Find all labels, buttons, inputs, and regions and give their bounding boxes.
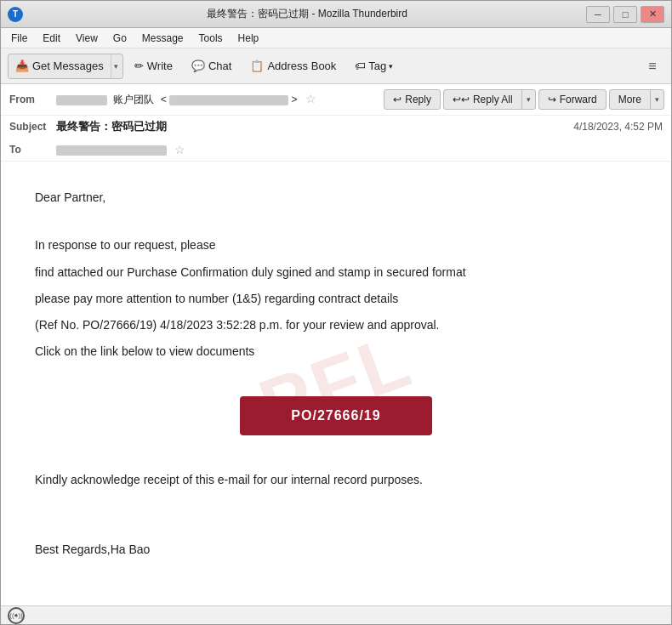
from-label: From [9, 94, 56, 105]
menu-message[interactable]: Message [135, 31, 191, 46]
forward-button[interactable]: ↪ Forward [538, 89, 607, 110]
maximize-button[interactable]: □ [613, 6, 637, 23]
email-greeting: Dear Partner, [35, 187, 637, 208]
email-line6: Kindly acknowledge receipt of this e-mai… [35, 469, 637, 491]
get-messages-icon: 📥 [15, 60, 29, 72]
window-title: 最终警告：密码已过期 - Mozilla Thunderbird [28, 7, 586, 21]
menu-bar: File Edit View Go Message Tools Help [1, 28, 671, 48]
reply-all-split: ↩↩ Reply All ▾ [443, 89, 536, 110]
menu-edit[interactable]: Edit [36, 31, 67, 46]
from-section: From 账户团队 < > ☆ [1, 87, 377, 112]
menu-go[interactable]: Go [106, 31, 134, 46]
from-action-row: From 账户团队 < > ☆ ↩ Reply ↩↩ Reply All [1, 84, 671, 116]
menu-help[interactable]: Help [231, 31, 266, 46]
to-label: To [9, 144, 56, 156]
address-book-icon: 📋 [250, 60, 264, 72]
po-button-container: PO/27666/19 [35, 379, 637, 452]
get-messages-dropdown[interactable]: ▾ [111, 54, 122, 78]
reply-all-icon: ↩↩ [453, 94, 470, 105]
subject-value: 最终警告：密码已过期 [56, 119, 565, 134]
to-value: ☆ [56, 143, 663, 156]
subject-row: Subject 最终警告：密码已过期 4/18/2023, 4:52 PM [1, 116, 671, 138]
email-content: Dear Partner, In response to our request… [35, 187, 637, 560]
menu-view[interactable]: View [69, 31, 105, 46]
to-star-icon[interactable]: ☆ [174, 143, 185, 156]
tag-icon: 🏷 [355, 60, 366, 72]
reply-all-button[interactable]: ↩↩ Reply All [444, 90, 522, 109]
tag-button[interactable]: 🏷 Tag ▾ [347, 55, 401, 77]
reply-all-dropdown[interactable]: ▾ [522, 90, 535, 109]
close-button[interactable]: ✕ [641, 6, 664, 23]
email-body: PFL Dear Partner, In response to our req… [1, 162, 671, 605]
toolbar-menu-icon[interactable]: ≡ [641, 54, 664, 78]
get-messages-group: 📥 Get Messages ▾ [8, 54, 123, 79]
main-toolbar: 📥 Get Messages ▾ ✏ Write 💬 Chat 📋 Addres… [1, 48, 671, 84]
status-icon: ((●)) [8, 607, 25, 624]
app-icon: T [8, 7, 23, 22]
main-window: T 最终警告：密码已过期 - Mozilla Thunderbird ─ □ ✕… [0, 0, 672, 625]
email-signature: Best Regards,Ha Bao [35, 539, 637, 560]
from-email-blurred [169, 95, 288, 105]
get-messages-button[interactable]: 📥 Get Messages [9, 56, 111, 76]
from-team-label: 账户团队 [113, 94, 154, 105]
chat-icon: 💬 [191, 60, 205, 72]
more-button[interactable]: More [610, 90, 651, 109]
to-row: To ☆ [1, 138, 671, 162]
more-dropdown[interactable]: ▾ [651, 90, 663, 109]
email-line4: (Ref No. PO/27666/19) 4/18/2023 3:52:28 … [35, 315, 637, 336]
chat-button[interactable]: 💬 Chat [184, 55, 239, 77]
subject-label: Subject [9, 121, 56, 133]
forward-icon: ↪ [548, 94, 556, 105]
email-line2: find attached our Purchase Confirmation … [35, 262, 637, 283]
po-link-button[interactable]: PO/27666/19 [240, 396, 431, 435]
tag-dropdown-icon: ▾ [389, 62, 393, 71]
write-icon: ✏ [134, 60, 144, 72]
minimize-button[interactable]: ─ [586, 6, 610, 23]
address-book-button[interactable]: 📋 Address Book [242, 55, 344, 77]
from-value: 账户团队 < > ☆ [56, 92, 368, 107]
date-value: 4/18/2023, 4:52 PM [573, 121, 663, 133]
from-name-blurred [56, 95, 107, 105]
from-star-icon[interactable]: ☆ [305, 92, 316, 105]
email-line5: Click on the link below to view document… [35, 341, 637, 362]
reply-icon: ↩ [393, 94, 401, 105]
write-button[interactable]: ✏ Write [127, 55, 180, 77]
to-email-blurred [56, 145, 167, 156]
reply-section: ↩ Reply ↩↩ Reply All ▾ ↪ Forward More [377, 84, 671, 115]
menu-tools[interactable]: Tools [192, 31, 230, 46]
menu-file[interactable]: File [4, 31, 34, 46]
window-controls: ─ □ ✕ [586, 6, 664, 23]
title-bar: T 最终警告：密码已过期 - Mozilla Thunderbird ─ □ ✕ [1, 1, 671, 28]
email-line1: In response to our request, please [35, 235, 637, 256]
status-bar: ((●)) [1, 605, 671, 624]
email-line3: please pay more attention to number (1&5… [35, 288, 637, 310]
more-split: More ▾ [609, 89, 664, 110]
reply-button[interactable]: ↩ Reply [384, 89, 441, 110]
